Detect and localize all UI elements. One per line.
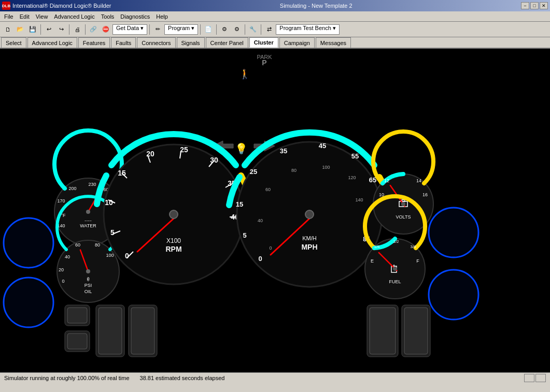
tab-cluster[interactable]: Cluster [249,37,278,48]
tb-sep2 [69,24,69,35]
svg-point-26 [86,269,90,273]
tab-messages[interactable]: Messages [316,37,351,48]
svg-text:MPH: MPH [301,243,317,251]
tb-pencil[interactable]: ✏ [152,24,163,35]
svg-text:F: F [416,258,419,264]
tb-connect[interactable]: 🔗 [88,24,99,35]
status-left: Simulator running at roughly 100.00% of … [4,375,130,381]
svg-text:P: P [262,59,266,67]
status-icon-1 [524,374,534,382]
menu-help[interactable]: Help [153,12,171,21]
svg-text:~~~: ~~~ [84,219,92,223]
program-test-bench-button[interactable]: Program Test Bench ▾ [276,24,340,35]
svg-point-72 [305,210,314,219]
window-controls[interactable]: − □ ✕ [521,2,548,9]
tab-faults[interactable]: Faults [111,37,136,48]
svg-text:40: 40 [65,254,70,259]
tab-signals[interactable]: Signals [177,37,205,48]
svg-text:80: 80 [95,242,100,248]
tb-gear1[interactable]: ⚙ [219,24,230,35]
svg-text:3/4: 3/4 [410,244,416,249]
svg-text:1/4: 1/4 [374,244,380,249]
simulating-label: Simulating - New Template 2 [280,3,352,9]
tab-campaign[interactable]: Campaign [279,37,315,48]
svg-text:16: 16 [422,192,428,197]
svg-text:100: 100 [322,165,330,170]
app-icon: DLB [2,2,10,10]
svg-point-97 [4,278,53,327]
menu-tools[interactable]: Tools [98,12,118,21]
tab-advanced-logic[interactable]: Advanced Logic [27,37,77,48]
svg-point-98 [429,208,478,257]
tb-wrench[interactable]: 🔧 [247,24,259,35]
svg-text:🛢: 🛢 [86,277,90,282]
tb-sep6 [216,24,217,35]
svg-point-83 [401,202,405,206]
svg-text:🚶: 🚶 [239,68,251,80]
svg-text:20: 20 [146,150,154,158]
menu-edit[interactable]: Edit [17,12,33,21]
tb-doc[interactable]: 📄 [203,24,214,35]
svg-rect-107 [131,308,154,354]
svg-text:80: 80 [291,168,297,173]
tb-sep8 [261,24,261,35]
svg-text:200: 200 [68,186,76,191]
tb-sep7 [245,24,245,35]
tb-open[interactable]: 📂 [15,24,26,35]
tab-connectors[interactable]: Connectors [137,37,175,48]
program-button[interactable]: Program ▾ [164,24,198,35]
svg-text:60: 60 [265,187,271,192]
elapsed-time: 38.81 estimated seconds elapsed [140,375,225,381]
tb-print[interactable]: 🖨 [72,24,83,35]
maximize-button[interactable]: □ [530,2,539,9]
svg-point-50 [170,210,178,219]
svg-text:FUEL: FUEL [389,279,401,284]
tb-gear2[interactable]: ⚙ [231,24,243,35]
simulator-status: Simulator running at roughly 100.00% of … [4,375,130,381]
tab-select[interactable]: Select [1,37,26,48]
svg-text:60: 60 [75,242,80,248]
svg-rect-101 [67,308,87,323]
svg-text:💡: 💡 [235,142,248,155]
svg-text:KM/H: KM/H [302,235,317,241]
tab-center-panel[interactable]: Center Panel [206,37,248,48]
cluster-area: PARK P 🚶 💡 200 170 °F 230 140 260 [0,49,550,372]
svg-text:170: 170 [57,198,65,204]
svg-text:PSI: PSI [84,283,92,288]
close-button[interactable]: ✕ [540,2,548,9]
svg-rect-105 [98,308,122,354]
svg-text:140: 140 [355,197,363,202]
tb-arrow[interactable]: ⇄ [263,24,275,35]
svg-text:0: 0 [258,255,262,263]
tb-save[interactable]: 💾 [27,24,38,35]
minimize-button[interactable]: − [521,2,529,9]
menu-bar: File Edit View Advanced Logic Tools Diag… [0,11,550,22]
menu-view[interactable]: View [33,12,51,21]
status-right: 38.81 estimated seconds elapsed [140,375,225,381]
svg-text:45: 45 [319,142,326,150]
svg-text:120: 120 [348,175,356,180]
tb-new[interactable]: 🗋 [2,24,13,35]
tab-features[interactable]: Features [78,37,110,48]
svg-text:55: 55 [351,152,359,160]
svg-point-99 [429,270,478,320]
tb-disconnect[interactable]: ⛔ [100,24,111,35]
status-bar: Simulator running at roughly 100.00% of … [0,372,550,383]
svg-text:10: 10 [105,198,113,207]
svg-text:40: 40 [258,218,263,223]
svg-text:100: 100 [106,253,114,258]
svg-text:RPM: RPM [165,245,181,253]
svg-text:20: 20 [59,267,64,272]
menu-advanced-logic[interactable]: Advanced Logic [51,12,97,21]
svg-text:E: E [371,258,374,264]
title-left: DLB International® Diamond Logic® Builde… [2,2,111,10]
svg-rect-103 [67,333,87,349]
menu-diagnostics[interactable]: Diagnostics [117,12,153,21]
svg-point-96 [4,218,53,268]
svg-text:WATER: WATER [80,223,96,228]
get-data-button[interactable]: Get Data ▾ [112,24,147,35]
tb-undo[interactable]: ↩ [43,24,54,35]
menu-file[interactable]: File [1,12,17,21]
status-icon-2 [535,374,546,382]
tb-redo[interactable]: ↪ [55,24,67,35]
